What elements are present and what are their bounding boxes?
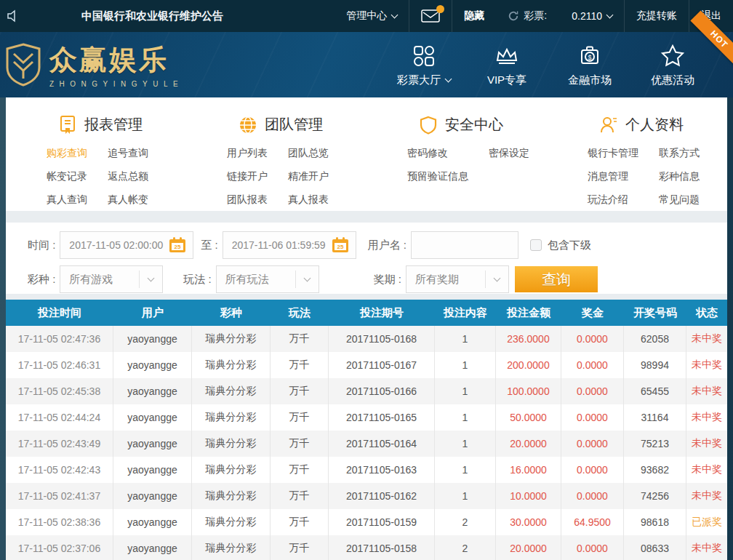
hide-button[interactable]: 隐藏	[452, 0, 496, 32]
bet-amount: 200.0000	[496, 352, 561, 378]
bet-user: yaoyangge	[113, 535, 192, 560]
table-row: 17-11-05 02:37:06 yaoyangge 瑞典分分彩 万千 201…	[6, 535, 727, 560]
bet-content: 1	[435, 378, 496, 404]
bet-play: 万千	[271, 535, 329, 560]
bet-lottery: 瑞典分分彩	[192, 326, 271, 352]
lottery-balance-refresh[interactable]: 彩票: 0.2110	[496, 0, 624, 32]
username-input[interactable]	[411, 231, 518, 259]
shield-logo-icon	[4, 42, 42, 87]
search-button[interactable]: 查询	[515, 266, 598, 292]
lottery-type-select[interactable]: 所有游戏	[60, 265, 163, 293]
topbar-actions: 管理中心 隐藏 彩票: 0.2110	[335, 0, 733, 32]
bet-user: yaoyangge	[113, 326, 192, 352]
menu-link-contact-info[interactable]: 联系方式	[659, 147, 700, 160]
table-row: 17-11-05 02:44:24 yaoyangge 瑞典分分彩 万千 201…	[6, 404, 727, 431]
admin-center-dropdown[interactable]: 管理中心	[335, 0, 409, 32]
col-amount: 投注金额	[496, 300, 561, 326]
menu-link-bank-cards[interactable]: 银行卡管理	[588, 147, 638, 160]
menu-section-title: 报表管理	[84, 115, 143, 135]
nav-finance[interactable]: $ 金融市场	[548, 42, 631, 87]
chevron-down-icon	[391, 11, 398, 18]
menu-link-security-setting[interactable]: 密保设定	[489, 147, 529, 160]
messages-button[interactable]	[409, 0, 452, 32]
nav-promotions[interactable]: 优惠活动	[631, 42, 714, 87]
bet-status: 未中奖	[686, 404, 727, 431]
refresh-icon	[508, 10, 519, 22]
date-to-input[interactable]: 2017-11-06 01:59:59 25	[223, 231, 356, 259]
menu-link-team-report[interactable]: 团队报表	[227, 193, 268, 207]
menu-section-security: 安全中心 密码修改 密保设定 预留验证信息	[366, 115, 547, 211]
chevron-down-icon	[445, 76, 452, 83]
menu-link-change-password[interactable]: 密码修改	[407, 147, 468, 160]
menu-section-reports: 报表管理 购彩查询 追号查询 帐变记录 返点总额 真人查询 真人帐变	[6, 115, 186, 211]
table-row: 17-11-05 02:43:49 yaoyangge 瑞典分分彩 万千 201…	[6, 431, 727, 457]
bet-period: 20171105-0164	[329, 431, 435, 457]
play-select[interactable]: 所有玩法	[216, 265, 319, 293]
bet-prize: 0.0000	[561, 404, 624, 431]
bet-play: 万千	[271, 483, 329, 509]
menu-link-chase-query[interactable]: 追号查询	[108, 147, 148, 160]
col-draw-number: 开奖号码	[624, 300, 686, 326]
menu-link-team-overview[interactable]: 团队总览	[288, 147, 329, 160]
include-subordinates-checkbox[interactable]	[530, 239, 542, 251]
calendar-icon[interactable]: 25	[331, 236, 350, 254]
calendar-icon[interactable]: 25	[168, 236, 187, 254]
bet-amount: 30.0000	[496, 509, 561, 535]
menu-link-live-changes[interactable]: 真人帐变	[108, 193, 148, 207]
chevron-down-icon	[295, 271, 319, 288]
bet-user: yaoyangge	[113, 404, 192, 431]
date-from-value: 2017-11-05 02:00:00	[69, 239, 163, 251]
chevron-down-icon	[485, 271, 508, 288]
menu-link-live-query[interactable]: 真人查询	[47, 193, 87, 207]
lottery-type-value: 所有游戏	[69, 273, 113, 287]
table-row: 17-11-05 02:42:43 yaoyangge 瑞典分分彩 万千 201…	[6, 457, 727, 483]
col-play: 玩法	[271, 300, 329, 326]
recharge-transfer-button[interactable]: 充提转账	[625, 0, 689, 32]
menu-link-message-manage[interactable]: 消息管理	[588, 170, 638, 183]
date-from-input[interactable]: 2017-11-05 02:00:00 25	[60, 231, 193, 259]
col-bet-time: 投注时间	[6, 300, 113, 326]
bet-period: 20171105-0163	[329, 457, 435, 483]
table-header-row: 投注时间 用户 彩种 玩法 投注期号 投注内容 投注金额 奖金 开奖号码 状态	[6, 300, 727, 326]
period-select[interactable]: 所有奖期	[406, 265, 509, 293]
nav-vip[interactable]: VIP专享	[465, 42, 548, 87]
divider-band	[6, 294, 727, 300]
brand-logo[interactable]: 众赢娱乐 ZHONGYINGYULE	[4, 41, 183, 88]
nav-lottery-hall[interactable]: 彩票大厅	[382, 42, 465, 87]
menu-link-lottery-query[interactable]: 购彩查询	[47, 147, 87, 160]
shield-icon	[419, 116, 438, 135]
table-row: 17-11-05 02:45:38 yaoyangge 瑞典分分彩 万千 201…	[6, 378, 727, 404]
bet-amount: 20.0000	[496, 535, 561, 560]
draw-number: 08633	[624, 535, 686, 560]
bet-lottery: 瑞典分分彩	[192, 431, 271, 457]
lottery-type-label: 彩种 :	[28, 273, 55, 287]
bet-prize: 0.0000	[561, 457, 624, 483]
menu-link-account-changes[interactable]: 帐变记录	[47, 170, 87, 183]
bet-amount: 100.0000	[496, 378, 561, 404]
menu-link-lottery-info[interactable]: 彩种信息	[659, 170, 700, 183]
nav-label: 金融市场	[568, 73, 612, 87]
menu-link-faq[interactable]: 常见问题	[659, 193, 700, 207]
bet-user: yaoyangge	[113, 378, 192, 404]
draw-number: 98994	[624, 352, 686, 378]
menu-link-live-report[interactable]: 真人报表	[288, 193, 329, 207]
nav-label: 彩票大厅	[397, 73, 441, 87]
globe-icon	[239, 116, 257, 135]
menu-link-rebate-total[interactable]: 返点总额	[108, 170, 148, 183]
menu-link-reserved-verification[interactable]: 预留验证信息	[407, 170, 468, 183]
menu-link-play-intro[interactable]: 玩法介绍	[588, 193, 638, 207]
include-subordinates-label: 包含下级	[548, 239, 591, 252]
speaker-icon	[6, 9, 20, 23]
bet-time: 17-11-05 02:42:43	[6, 457, 113, 483]
menu-link-precise-register[interactable]: 精准开户	[288, 170, 329, 183]
menu-link-link-register[interactable]: 链接开户	[227, 170, 268, 183]
menu-link-user-list[interactable]: 用户列表	[227, 147, 268, 160]
bet-prize: 0.0000	[561, 431, 624, 457]
bet-content: 1	[435, 457, 496, 483]
bet-prize: 0.0000	[561, 378, 624, 404]
crown-icon	[465, 42, 548, 68]
bet-content: 1	[435, 326, 496, 352]
draw-number: 74256	[624, 483, 686, 509]
draw-number: 98618	[624, 509, 686, 535]
bet-play: 万千	[271, 352, 329, 378]
